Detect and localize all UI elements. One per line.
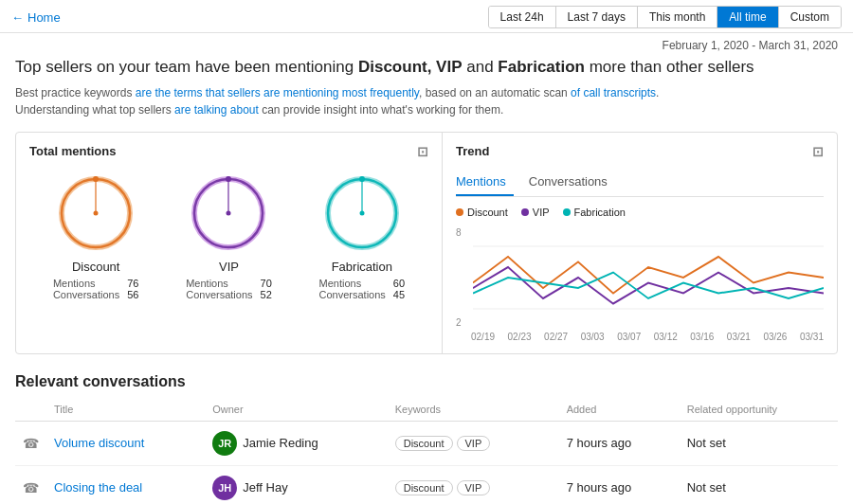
conv-owner-cell: JRJamie Reding <box>205 421 387 465</box>
headline-part3: more than other sellers <box>585 58 754 76</box>
conversations-table: Title Owner Keywords Added Related oppor… <box>15 400 838 504</box>
col-owner: Owner <box>205 400 387 422</box>
home-label: Home <box>27 10 61 25</box>
tab-mentions[interactable]: Mentions <box>456 171 514 196</box>
circle-discount-label: Discount <box>72 260 120 274</box>
phone-icon-cell: ☎ <box>15 421 46 465</box>
phone-icon: ☎ <box>23 436 39 451</box>
conv-added-cell: 7 hours ago <box>559 465 680 504</box>
conv-opportunity-cell: Not set <box>680 421 838 465</box>
avatar: JR <box>212 431 237 456</box>
trend-legend: Discount VIP Fabrication <box>456 207 824 218</box>
home-link[interactable]: ← Home <box>11 10 61 25</box>
svg-point-4 <box>94 210 99 215</box>
x-label-0326: 03/26 <box>763 332 787 342</box>
y-label-8: 8 <box>456 227 462 238</box>
filter-last7d[interactable]: Last 7 days <box>556 7 638 27</box>
col-icon <box>15 400 46 422</box>
legend-fabrication-label: Fabrication <box>574 207 626 218</box>
date-range: February 1, 2020 - March 31, 2020 <box>15 33 838 56</box>
top-nav: ← Home Last 24h Last 7 days This month A… <box>0 0 853 33</box>
x-label-0316: 03/16 <box>690 332 714 342</box>
discount-conv-label: Conversations <box>53 289 119 300</box>
legend-discount-label: Discount <box>467 207 508 218</box>
phone-icon-cell: ☎ <box>15 465 46 504</box>
fabrication-mentions-label: Mentions <box>319 278 386 289</box>
conv-title-cell[interactable]: Volume discount <box>46 421 205 465</box>
filter-last24h[interactable]: Last 24h <box>489 7 556 27</box>
tab-conversations[interactable]: Conversations <box>529 171 615 196</box>
x-label-0303: 03/03 <box>581 332 605 342</box>
conv-title-cell[interactable]: Closing the deal <box>46 465 205 504</box>
circles-row: Discount Mentions 76 Conversations 56 <box>29 171 428 300</box>
circle-vip-label: VIP <box>219 260 239 274</box>
svg-point-8 <box>226 176 231 182</box>
x-axis-labels: 02/19 02/23 02/27 03/03 03/07 03/12 03/1… <box>456 332 824 342</box>
total-mentions-panel: Total mentions ⊡ Discount <box>16 133 443 353</box>
subtext: Best practice keywords are the terms tha… <box>15 84 838 118</box>
vip-mentions-val: 70 <box>261 278 272 289</box>
x-label-0223: 02/23 <box>508 332 532 342</box>
fabrication-mentions-val: 60 <box>393 278 405 289</box>
subtext-line1: Best practice keywords are the terms tha… <box>15 84 838 101</box>
trend-panel: Trend ⊡ Mentions Conversations Discount … <box>443 133 837 353</box>
trend-tabs: Mentions Conversations <box>456 171 824 197</box>
table-header: Title Owner Keywords Added Related oppor… <box>15 400 838 422</box>
headline-keywords: Discount, VIP <box>358 58 463 76</box>
svg-point-3 <box>93 176 99 182</box>
total-mentions-export-icon[interactable]: ⊡ <box>417 144 428 159</box>
circle-discount: Discount Mentions 76 Conversations 56 <box>53 171 139 300</box>
trend-title: Trend ⊡ <box>456 144 824 159</box>
fabrication-conv-label: Conversations <box>319 289 386 300</box>
legend-discount-dot <box>456 208 463 216</box>
circle-vip: VIP Mentions 70 Conversations 52 <box>186 171 272 300</box>
discount-mentions-label: Mentions <box>53 278 119 289</box>
y-label-2: 2 <box>456 317 462 328</box>
circle-vip-stats: Mentions 70 Conversations 52 <box>186 278 272 300</box>
circle-fabrication: Fabrication Mentions 60 Conversations 45 <box>319 171 406 300</box>
keyword-tag: Discount <box>395 480 453 495</box>
vip-conv-val: 52 <box>261 289 272 300</box>
conv-opportunity-cell: Not set <box>680 465 838 504</box>
table-row[interactable]: ☎Closing the dealJHJeff HayDiscountVIP7 … <box>15 465 838 504</box>
legend-fabrication: Fabrication <box>563 207 626 218</box>
conv-owner-cell: JHJeff Hay <box>205 465 387 504</box>
discount-conv-val: 56 <box>127 289 138 300</box>
main-content: February 1, 2020 - March 31, 2020 Top se… <box>0 33 853 504</box>
trend-chart: 8 2 <box>456 225 824 330</box>
y-axis-labels: 8 2 <box>456 225 462 330</box>
keyword-tag: VIP <box>457 480 491 495</box>
avatar: JH <box>212 476 237 500</box>
x-label-0331: 03/31 <box>800 332 824 342</box>
owner-name: Jeff Hay <box>243 480 287 495</box>
keyword-tag: Discount <box>395 436 453 451</box>
discount-mentions-val: 76 <box>127 278 138 289</box>
circle-fabrication-svg <box>319 171 405 256</box>
col-keywords: Keywords <box>388 400 559 422</box>
col-opportunity: Related opportunity <box>680 400 838 422</box>
legend-vip-label: VIP <box>533 207 550 218</box>
legend-vip: VIP <box>521 207 550 218</box>
filter-alltime[interactable]: All time <box>717 7 778 27</box>
legend-fabrication-dot <box>563 208 571 216</box>
phone-icon: ☎ <box>23 480 39 495</box>
keyword-tag: VIP <box>457 436 491 451</box>
conv-keywords-cell: DiscountVIP <box>388 465 559 504</box>
owner-name: Jamie Reding <box>243 436 318 450</box>
total-mentions-title: Total mentions ⊡ <box>29 144 428 159</box>
svg-point-13 <box>359 176 365 182</box>
table-row[interactable]: ☎Volume discountJRJamie RedingDiscountVI… <box>15 421 838 465</box>
time-filter-group: Last 24h Last 7 days This month All time… <box>488 6 842 28</box>
x-label-0219: 02/19 <box>471 332 495 342</box>
filter-thismonth[interactable]: This month <box>638 7 717 27</box>
headline-keyword3: Fabrication <box>498 58 585 76</box>
circle-vip-svg <box>186 171 271 256</box>
trend-export-icon[interactable]: ⊡ <box>812 144 824 159</box>
svg-point-9 <box>227 210 231 215</box>
filter-custom[interactable]: Custom <box>779 7 841 27</box>
conv-keywords-cell: DiscountVIP <box>388 421 559 465</box>
relevant-conversations-section: Relevant conversations Title Owner Keywo… <box>15 373 838 504</box>
back-arrow-icon: ← <box>11 10 24 25</box>
panels-row: Total mentions ⊡ Discount <box>15 132 838 354</box>
fabrication-conv-val: 45 <box>393 289 405 300</box>
